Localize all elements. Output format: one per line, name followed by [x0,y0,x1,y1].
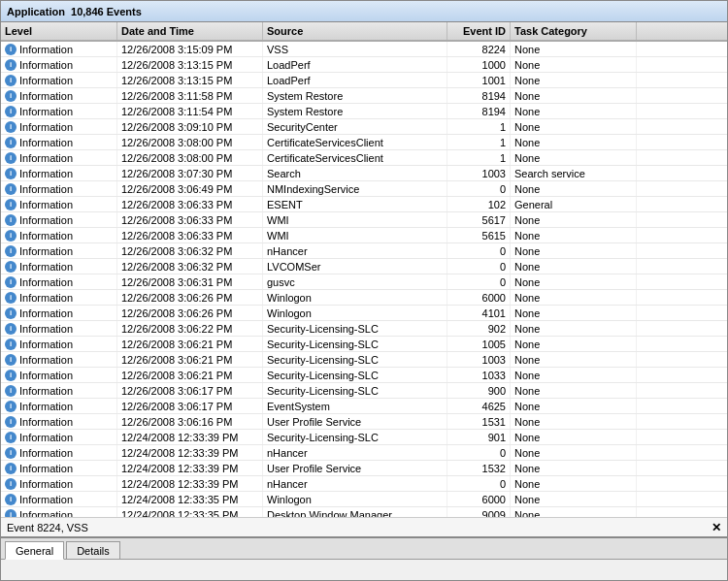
table-row[interactable]: i Information 12/26/2008 3:06:26 PM Winl… [1,290,727,306]
table-row[interactable]: i Information 12/26/2008 3:08:00 PM Cert… [1,135,727,150]
cell-datetime: 12/24/2008 12:33:39 PM [117,476,263,491]
cell-datetime: 12/24/2008 12:33:39 PM [117,430,263,444]
info-icon: i [5,401,17,412]
info-icon: i [5,199,17,210]
cell-level: i Information [1,104,117,118]
cell-level: i Information [1,197,117,211]
app-title: Application [7,6,65,17]
cell-taskcategory: None [511,337,637,351]
table-row[interactable]: i Information 12/26/2008 3:09:10 PM Secu… [1,119,727,135]
cell-taskcategory: None [511,507,637,517]
cell-source: Winlogon [263,290,447,305]
table-row[interactable]: i Information 12/24/2008 12:33:39 PM nHa… [1,476,727,492]
table-row[interactable]: i Information 12/26/2008 3:13:15 PM Load… [1,57,727,73]
cell-eventid: 900 [447,383,511,398]
cell-taskcategory: None [511,399,637,413]
cell-level: i Information [1,321,117,336]
cell-level: i Information [1,57,117,72]
cell-source: Winlogon [263,306,447,320]
table-row[interactable]: i Information 12/26/2008 3:13:15 PM Load… [1,73,727,88]
col-header-source[interactable]: Source [263,22,447,40]
cell-eventid: 1003 [447,166,511,180]
cell-eventid: 901 [447,430,511,444]
table-row[interactable]: i Information 12/24/2008 12:33:35 PM Win… [1,492,727,507]
status-bar: Event 8224, VSS ✕ [1,517,727,536]
cell-eventid: 4625 [447,399,511,413]
table-row[interactable]: i Information 12/26/2008 3:06:21 PM Secu… [1,352,727,368]
table-row[interactable]: i Information 12/26/2008 3:06:49 PM NMIn… [1,181,727,197]
cell-datetime: 12/26/2008 3:06:21 PM [117,337,263,351]
table-row[interactable]: i Information 12/26/2008 3:06:21 PM Secu… [1,337,727,352]
cell-level: i Information [1,368,117,382]
cell-eventid: 1005 [447,337,511,351]
col-header-level[interactable]: Level [1,22,117,40]
cell-eventid: 1 [447,135,511,149]
table-row[interactable]: i Information 12/26/2008 3:11:54 PM Syst… [1,104,727,119]
table-row[interactable]: i Information 12/26/2008 3:06:16 PM User… [1,414,727,430]
cell-eventid: 1 [447,150,511,165]
table-row[interactable]: i Information 12/26/2008 3:06:33 PM WMI … [1,212,727,228]
cell-datetime: 12/26/2008 3:08:00 PM [117,150,263,165]
cell-taskcategory: General [511,197,637,211]
cell-eventid: 1532 [447,461,511,475]
cell-taskcategory: None [511,104,637,118]
cell-source: CertificateServicesClient [263,135,447,149]
table-row[interactable]: i Information 12/26/2008 3:11:58 PM Syst… [1,88,727,104]
info-icon: i [5,59,17,71]
cell-taskcategory: None [511,476,637,491]
cell-level: i Information [1,166,117,180]
tab-details[interactable]: Details [66,541,120,559]
cell-level: i Information [1,73,117,87]
col-header-datetime[interactable]: Date and Time [117,22,263,40]
table-row[interactable]: i Information 12/26/2008 3:06:32 PM nHan… [1,243,727,259]
table-row[interactable]: i Information 12/26/2008 3:06:31 PM gusv… [1,274,727,290]
table-row[interactable]: i Information 12/26/2008 3:06:22 PM Secu… [1,321,727,337]
col-header-eventid[interactable]: Event ID [447,22,511,40]
cell-taskcategory: None [511,119,637,134]
table-row[interactable]: i Information 12/26/2008 3:06:17 PM Secu… [1,383,727,399]
cell-eventid: 1531 [447,414,511,429]
info-icon: i [5,447,17,459]
tab-general[interactable]: General [5,541,64,560]
table-row[interactable]: i Information 12/26/2008 3:07:30 PM Sear… [1,166,727,181]
cell-datetime: 12/26/2008 3:06:31 PM [117,274,263,289]
cell-taskcategory: None [511,88,637,103]
info-icon: i [5,121,17,133]
cell-datetime: 12/26/2008 3:08:00 PM [117,135,263,149]
cell-eventid: 4101 [447,306,511,320]
table-row[interactable]: i Information 12/26/2008 3:06:33 PM ESEN… [1,197,727,212]
cell-level: i Information [1,88,117,103]
cell-eventid: 8194 [447,104,511,118]
cell-eventid: 0 [447,259,511,274]
event-table[interactable]: i Information 12/26/2008 3:15:09 PM VSS … [1,42,727,517]
table-row[interactable]: i Information 12/26/2008 3:06:26 PM Winl… [1,306,727,321]
cell-datetime: 12/26/2008 3:06:33 PM [117,197,263,211]
table-row[interactable]: i Information 12/24/2008 12:33:35 PM Des… [1,507,727,517]
table-row[interactable]: i Information 12/26/2008 3:06:17 PM Even… [1,399,727,414]
table-row[interactable]: i Information 12/26/2008 3:15:09 PM VSS … [1,42,727,57]
info-icon: i [5,478,17,490]
close-status-button[interactable]: ✕ [711,521,721,534]
cell-datetime: 12/26/2008 3:06:33 PM [117,212,263,227]
cell-taskcategory: None [511,383,637,398]
table-row[interactable]: i Information 12/26/2008 3:06:33 PM WMI … [1,228,727,243]
table-row[interactable]: i Information 12/24/2008 12:33:39 PM Sec… [1,430,727,445]
cell-level: i Information [1,150,117,165]
table-row[interactable]: i Information 12/26/2008 3:08:00 PM Cert… [1,150,727,166]
cell-level: i Information [1,135,117,149]
cell-datetime: 12/26/2008 3:06:21 PM [117,352,263,367]
col-header-taskcategory[interactable]: Task Category [511,22,637,40]
table-row[interactable]: i Information 12/24/2008 12:33:39 PM Use… [1,461,727,476]
table-row[interactable]: i Information 12/24/2008 12:33:39 PM nHa… [1,445,727,461]
cell-level: i Information [1,274,117,289]
table-row[interactable]: i Information 12/26/2008 3:06:32 PM LVCO… [1,259,727,274]
cell-level: i Information [1,461,117,475]
cell-datetime: 12/26/2008 3:06:26 PM [117,306,263,320]
cell-eventid: 1000 [447,57,511,72]
cell-taskcategory: None [511,212,637,227]
cell-level: i Information [1,259,117,274]
table-row[interactable]: i Information 12/26/2008 3:06:21 PM Secu… [1,368,727,383]
cell-taskcategory: None [511,274,637,289]
cell-eventid: 1 [447,119,511,134]
cell-taskcategory: None [511,306,637,320]
